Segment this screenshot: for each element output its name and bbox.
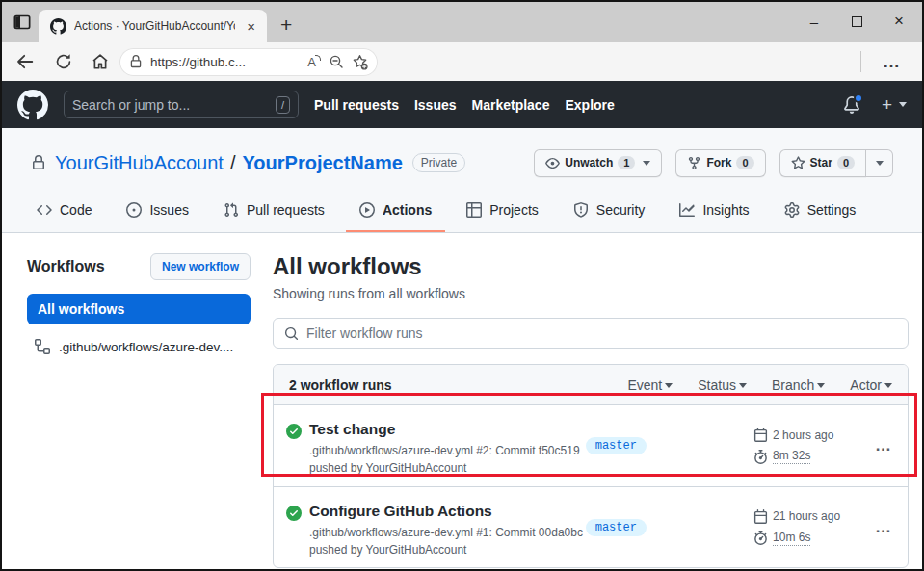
filter-event-dropdown[interactable]: Event — [627, 377, 673, 393]
unwatch-button[interactable]: Unwatch 1 — [534, 149, 662, 177]
notifications-bell-icon[interactable] — [843, 96, 860, 114]
run-duration: 10m 6s — [773, 531, 810, 546]
star-count: 0 — [837, 156, 855, 169]
home-icon[interactable] — [91, 53, 110, 70]
new-workflow-button[interactable]: New workflow — [150, 253, 251, 280]
fork-button[interactable]: Fork 0 — [675, 149, 765, 177]
add-favorite-icon[interactable] — [352, 54, 368, 70]
check-circle-icon — [286, 424, 302, 439]
minimize-button[interactable]: – — [793, 2, 835, 40]
project-table-icon — [466, 202, 482, 218]
run-pushed-by: pushed by YourGitHubAccount — [309, 461, 586, 475]
chevron-down-icon — [884, 383, 892, 388]
star-button[interactable]: Star 0 — [779, 149, 866, 177]
tab-settings[interactable]: Settings — [771, 196, 870, 232]
refresh-icon[interactable] — [54, 53, 73, 70]
repo-separator: / — [224, 152, 243, 174]
read-aloud-icon[interactable]: A — [307, 55, 321, 69]
filter-status-dropdown[interactable]: Status — [698, 377, 747, 393]
chevron-down-icon — [665, 383, 673, 388]
filter-actor-dropdown[interactable]: Actor — [850, 377, 892, 393]
github-search-box[interactable]: / — [64, 91, 299, 118]
nav-pull-requests[interactable]: Pull requests — [314, 97, 399, 113]
tab-pull-requests[interactable]: Pull requests — [210, 196, 338, 232]
run-title-link[interactable]: Configure GitHub Actions — [309, 503, 586, 520]
eye-icon — [545, 156, 560, 170]
plus-icon: + — [882, 94, 892, 116]
chevron-down-icon — [876, 161, 884, 166]
tab-insights[interactable]: Insights — [666, 196, 762, 232]
back-icon[interactable] — [13, 53, 37, 70]
workflow-runs-table: 2 workflow runs Event Status Branch Acto… — [273, 364, 909, 568]
fork-count: 0 — [736, 156, 753, 169]
tab-actions-menu-icon[interactable] — [13, 13, 31, 31]
create-new-menu[interactable]: + — [882, 94, 907, 116]
chevron-down-icon — [739, 383, 747, 388]
star-dropdown-button[interactable] — [866, 149, 893, 177]
nav-issues[interactable]: Issues — [414, 97, 457, 113]
workflows-main: All workflows Showing runs from all work… — [273, 253, 909, 568]
chevron-down-icon — [817, 383, 825, 388]
chevron-down-icon — [643, 161, 650, 166]
search-shortcut-badge: / — [276, 96, 290, 114]
filter-branch-dropdown[interactable]: Branch — [772, 377, 825, 393]
page-content: Workflows New workflow All workflows .gi… — [2, 233, 922, 568]
branch-badge[interactable]: master — [586, 437, 647, 454]
address-bar[interactable]: https://github.c... A — [119, 48, 378, 76]
private-lock-icon — [31, 155, 46, 170]
search-icon — [284, 326, 299, 341]
url-text[interactable]: https://github.c... — [150, 55, 300, 69]
sidebar-item-all-workflows[interactable]: All workflows — [27, 294, 251, 324]
tab-actions[interactable]: Actions — [346, 196, 445, 232]
close-button[interactable]: × — [878, 2, 920, 40]
tab-projects[interactable]: Projects — [453, 196, 552, 232]
github-header: / Pull requests Issues Marketplace Explo… — [2, 81, 922, 128]
star-icon — [791, 156, 805, 170]
calendar-icon — [753, 428, 768, 442]
browser-tab[interactable]: Actions · YourGitHubAccount/You × — [39, 10, 267, 42]
repo-name-link[interactable]: YourProjectName — [242, 152, 402, 174]
breadcrumb: YourGitHubAccount / YourProjectName Priv… — [55, 152, 465, 174]
toolbar-divider — [860, 51, 861, 72]
browser-menu-icon[interactable]: … — [873, 52, 911, 72]
maximize-button[interactable] — [835, 2, 878, 40]
filter-workflow-runs-input[interactable] — [306, 325, 897, 341]
repo-header: YourGitHubAccount / YourProjectName Priv… — [2, 128, 922, 233]
run-time: 21 hours ago — [773, 509, 840, 523]
repo-tab-nav: Code Issues Pull requests Actions Projec… — [2, 196, 922, 232]
repo-owner-link[interactable]: YourGitHubAccount — [55, 152, 224, 174]
workflow-run-row[interactable]: Configure GitHub Actions .github/workflo… — [274, 486, 908, 567]
workflow-run-row[interactable]: Test change .github/workflows/azure-dev.… — [274, 405, 908, 486]
workflow-icon — [35, 339, 50, 354]
run-title-link[interactable]: Test change — [309, 421, 586, 438]
nav-explore[interactable]: Explore — [565, 97, 614, 113]
tab-issues[interactable]: Issues — [113, 196, 201, 232]
github-header-right: + — [843, 94, 907, 116]
sidebar-item-workflow-file[interactable]: .github/workflows/azure-dev.... — [27, 333, 251, 360]
play-icon — [359, 202, 375, 218]
star-button-group: Star 0 — [779, 149, 893, 177]
branch-badge[interactable]: master — [586, 519, 647, 536]
fork-icon — [687, 156, 701, 170]
github-logo-icon[interactable] — [17, 90, 48, 120]
lock-icon — [129, 55, 143, 68]
tab-close-icon[interactable]: × — [243, 18, 259, 35]
github-search-input[interactable] — [72, 97, 270, 113]
run-description: .github/workflows/azure-dev.yml #1: Comm… — [309, 526, 586, 539]
run-pushed-by: pushed by YourGitHubAccount — [309, 543, 586, 557]
calendar-icon — [753, 509, 768, 524]
run-options-kebab-icon[interactable]: … — [875, 518, 892, 537]
run-time: 2 hours ago — [773, 428, 833, 442]
browser-window: Actions · YourGitHubAccount/You × + – × … — [0, 0, 924, 571]
check-circle-icon — [286, 506, 302, 521]
run-duration: 8m 32s — [773, 449, 810, 464]
filter-workflow-runs-box[interactable] — [273, 318, 909, 349]
nav-marketplace[interactable]: Marketplace — [472, 97, 550, 113]
zoom-out-icon[interactable] — [329, 54, 344, 69]
github-nav: Pull requests Issues Marketplace Explore — [314, 97, 615, 113]
tab-code[interactable]: Code — [23, 196, 105, 232]
stopwatch-icon — [753, 450, 768, 464]
new-tab-button[interactable]: + — [280, 14, 292, 35]
tab-security[interactable]: Security — [560, 196, 659, 232]
run-options-kebab-icon[interactable]: … — [875, 436, 892, 455]
